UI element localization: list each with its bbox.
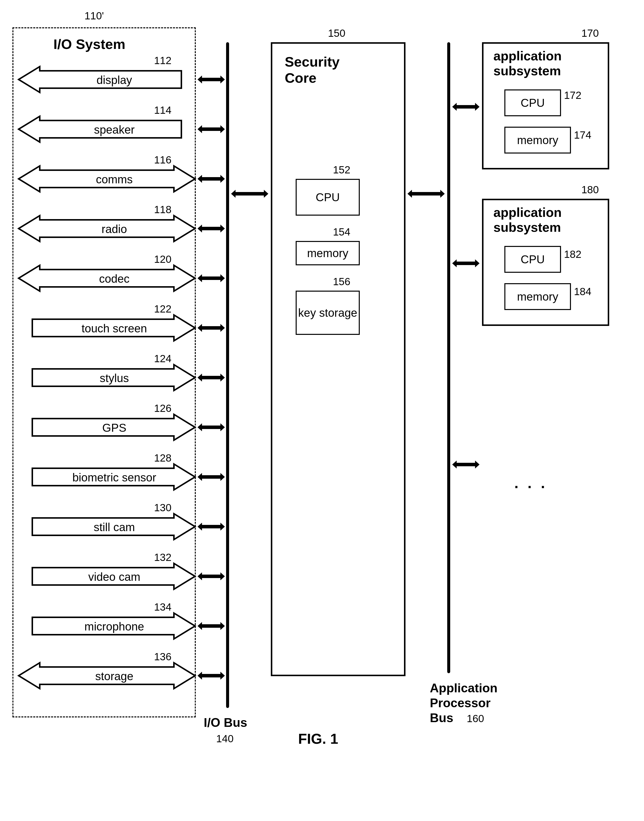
io-connector-arrow [198,671,225,681]
sec-cpu-ref: 152 [333,164,350,176]
io-item-touch-screen: touch screen122 [17,311,196,345]
sec-cpu-box: CPU [296,179,360,216]
io-item-still-cam: still cam130 [17,509,196,544]
io-item-label: comms [70,173,159,186]
io-item-label: speaker [70,123,159,136]
io-item-label: radio [70,222,159,236]
io-bus-label: I/O Bus [204,715,247,730]
io-item-label: touch screen [70,322,159,335]
app1-title: application subsystem [494,49,561,78]
sec-key-box: key storage [296,291,360,335]
app1-title2: subsystem [494,64,561,78]
io-item-storage: storage136 [17,658,196,693]
io-connector-arrow [198,323,225,333]
io-connector-arrow [198,571,225,581]
app2-cpu-ref: 182 [564,248,581,260]
io-item-stylus: stylus124 [17,360,196,395]
io-connector-arrow [198,522,225,532]
io-item-ref: 128 [154,452,172,464]
sec-mem-ref: 154 [333,226,350,238]
io-item-ref: 114 [154,104,172,116]
app1-cpu-ref: 172 [564,89,581,101]
io-connector-arrow [198,472,225,482]
diagram-canvas: 110' I/O System I/O Bus 140 150 Security… [10,10,631,805]
app-bus-label3: Bus [430,711,453,725]
io-connector-arrow [198,621,225,631]
io-item-label: video cam [70,570,159,584]
app2-title: application subsystem [494,205,561,235]
io-item-codec: codec120 [17,261,196,296]
arrow-seccore-appbus [408,189,445,199]
io-connector-arrow [198,373,225,383]
io-item-ref: 130 [154,502,172,514]
io-item-label: still cam [70,521,159,534]
arrow-appbus-app2 [452,258,480,268]
io-item-display: display112 [17,62,196,97]
io-item-ref: 126 [154,403,172,414]
app1-title1: application [494,49,561,64]
io-item-GPS: GPS126 [17,410,196,445]
io-item-ref: 134 [154,601,172,613]
io-item-ref: 136 [154,651,172,663]
arrow-appbus-app1 [452,102,480,112]
app-bus-label1: Application [430,681,497,695]
io-connector-arrow [198,273,225,283]
io-item-ref: 122 [154,303,172,315]
io-item-label: GPS [70,421,159,435]
io-item-ref: 116 [154,154,172,166]
io-item-ref: 124 [154,353,172,365]
io-item-label: codec [70,272,159,285]
app-bus-ref: 160 [467,713,484,725]
io-item-comms: comms116 [17,161,196,196]
security-core-box: SecurityCore [271,42,405,676]
app-bus-label2: Processor [430,695,497,711]
ellipsis: . . . [514,475,547,492]
app2-mem-ref: 184 [574,286,591,297]
arrow-iobus-seccore [231,189,268,199]
io-connector-arrow [198,124,225,134]
io-item-video-cam: video cam132 [17,559,196,594]
app1-cpu-box: CPU [504,89,561,116]
io-connector-arrow [198,75,225,84]
security-core-ref: 150 [328,27,345,39]
io-connector-arrow [198,224,225,233]
io-connector-arrow [198,174,225,184]
io-item-label: stylus [70,371,159,385]
io-item-ref: 112 [154,55,172,67]
app2-mem-box: memory [504,283,571,310]
app2-title1: application [494,205,561,220]
io-item-label: biometric sensor [70,471,159,484]
app2-ref: 180 [581,184,599,196]
io-bus-ref: 140 [216,733,233,745]
app-bus-line [447,42,450,673]
io-item-label: display [70,73,159,87]
io-item-microphone: microphone134 [17,609,196,643]
io-item-biometric-sensor: biometric sensor128 [17,460,196,494]
sec-mem-box: memory [296,241,360,265]
app1-mem-ref: 174 [574,129,591,141]
io-item-radio: radio118 [17,211,196,246]
io-item-label: microphone [70,620,159,633]
io-system-ref: 110' [84,10,104,22]
io-connector-arrow [198,422,225,432]
figure-label: FIG. 1 [298,730,338,747]
app-bus-label: Application Processor Bus 160 [430,681,497,725]
security-core-title-1: SecurityCore [285,54,340,86]
io-bus-line [226,42,229,708]
io-item-ref: 120 [154,253,172,265]
security-core-title-text: SecurityCore [285,54,340,86]
arrow-appbus-ellipsis [452,460,480,470]
io-item-label: storage [70,669,159,683]
app1-ref: 170 [581,27,599,39]
app2-title2: subsystem [494,220,561,235]
app2-cpu-box: CPU [504,246,561,273]
sec-key-ref: 156 [333,276,350,288]
io-item-speaker: speaker114 [17,112,196,147]
io-item-ref: 118 [154,204,172,216]
app1-mem-box: memory [504,127,571,153]
io-item-ref: 132 [154,551,172,564]
